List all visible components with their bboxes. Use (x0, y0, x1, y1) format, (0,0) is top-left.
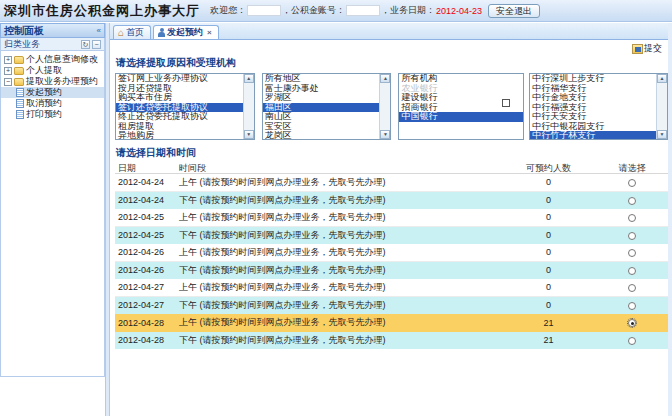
appointment-date-cell: 2012-04-28 (115, 335, 177, 345)
select-radio[interactable] (628, 337, 636, 345)
business-group-title: 归类业务 (4, 38, 40, 51)
appointment-date-cell: 2012-04-25 (115, 212, 177, 222)
logout-button[interactable]: 安全退出 (488, 4, 540, 18)
select-radio[interactable] (628, 302, 636, 310)
available-count-cell: 0 (501, 177, 596, 187)
home-icon: ⌂ (118, 28, 124, 37)
main-panel: ⌂ 首页 发起预约 × 提交 请选择提取原因和受理机构 签订网上业务办理协议按月… (110, 23, 668, 416)
appointment-date-cell: 2012-04-24 (115, 177, 177, 187)
table-row: 2012-04-25上午 (请按预约时间到网点办理业务，先取号先办理)0 (115, 209, 668, 227)
select-radio[interactable] (628, 197, 636, 205)
listbox-option[interactable]: 中行金地支行 (530, 93, 656, 103)
listbox-option[interactable]: 宝安区 (263, 122, 380, 132)
listbox-option[interactable]: 南山区 (263, 112, 380, 122)
control-panel-title: 控制面板 (4, 24, 44, 38)
sidebar: 控制面板 « 归类业务 ↻ − + 个人信息查询修改 + 个人提取 − 提取业务… (0, 23, 105, 391)
listbox-option[interactable]: 签订还贷委托提取协议 (116, 103, 243, 113)
listbox-option[interactable]: 福田区 (263, 103, 380, 113)
select-radio[interactable] (628, 267, 636, 275)
section-title-reason: 请选择提取原因和受理机构 (116, 56, 668, 70)
scroll-down-icon[interactable]: ▼ (244, 130, 254, 139)
available-count-cell: 0 (501, 247, 596, 257)
scrollbar[interactable]: ▲ ▼ (656, 74, 667, 139)
scroll-up-icon[interactable]: ▲ (657, 74, 667, 83)
folder-icon (14, 78, 24, 86)
minimize-icon[interactable]: − (92, 40, 101, 49)
listbox-option[interactable]: 中行天安支行 (530, 112, 656, 122)
select-cell (596, 177, 668, 187)
close-tab-icon[interactable]: × (207, 29, 212, 37)
expander-plus-icon[interactable]: + (4, 67, 12, 75)
app-header: 深圳市住房公积金网上办事大厅 欢迎您： ，公积金账号： ，业务日期： 2012-… (0, 0, 672, 22)
select-cell (596, 282, 668, 292)
listbox-option[interactable]: 富士康办事处 (263, 84, 380, 94)
document-icon (16, 88, 24, 97)
branches-listbox[interactable]: 中行深圳上步支行中行福华支行中行金地支行中行福强支行中行天安支行中行中银花园支行… (529, 73, 668, 140)
expander-plus-icon[interactable]: + (4, 56, 12, 64)
listbox-option[interactable]: 龙岗区 (263, 131, 380, 140)
appointment-date-cell: 2012-04-24 (115, 195, 177, 205)
listbox-option[interactable]: 中行深圳上步支行 (530, 74, 656, 84)
scroll-down-icon[interactable]: ▼ (380, 130, 390, 139)
institution-checkbox[interactable] (502, 99, 510, 107)
listbox-option[interactable]: 中国银行 (399, 112, 523, 122)
window-edge (668, 23, 672, 416)
tab-label: 发起预约 (167, 26, 203, 39)
business-group-header: 归类业务 ↻ − (0, 38, 105, 51)
listbox-option[interactable]: 所有地区 (263, 74, 380, 84)
time-slot-cell: 上午 (请按预约时间到网点办理业务，先取号先办理) (177, 211, 501, 224)
scroll-up-icon[interactable]: ▲ (380, 74, 390, 83)
time-slot-cell: 上午 (请按预约时间到网点办理业务，先取号先办理) (177, 281, 501, 294)
folder-icon (14, 67, 24, 75)
listbox-option[interactable]: 终止还贷委托提取协议 (116, 112, 243, 122)
time-slot-cell: 下午 (请按预约时间到网点办理业务，先取号先办理) (177, 299, 501, 312)
select-radio[interactable] (628, 319, 636, 327)
time-slot-cell: 上午 (请按预约时间到网点办理业务，先取号先办理) (177, 316, 501, 329)
select-cell (596, 265, 668, 275)
listbox-option[interactable]: 农业银行 (399, 84, 523, 94)
listbox-option[interactable]: 中行竹子林支行 (530, 131, 656, 140)
listbox-option[interactable]: 签订网上业务办理协议 (116, 74, 243, 84)
select-radio[interactable] (628, 249, 636, 257)
listbox-option[interactable]: 中行福强支行 (530, 103, 656, 113)
table-header-row: 日期 时间段 可预约人数 请选择 (115, 163, 668, 174)
select-radio[interactable] (628, 284, 636, 292)
listbox-option[interactable]: 罗湖区 (263, 93, 380, 103)
select-radio[interactable] (628, 232, 636, 240)
collapse-icon[interactable]: « (97, 26, 101, 35)
select-radio[interactable] (628, 214, 636, 222)
listbox-option[interactable]: 中行福华支行 (530, 84, 656, 94)
listbox-option[interactable]: 购买本市住房 (116, 93, 243, 103)
select-cell (596, 335, 668, 345)
listbox-option[interactable]: 异地购房 (116, 131, 243, 140)
time-slot-cell: 上午 (请按预约时间到网点办理业务，先取号先办理) (177, 246, 501, 259)
toolbar: 提交 (115, 40, 668, 54)
scrollbar[interactable]: ▲ ▼ (379, 74, 390, 139)
listbox-option[interactable]: 租房提取 (116, 122, 243, 132)
submit-label: 提交 (644, 42, 662, 55)
reasons-listbox[interactable]: 签订网上业务办理协议按月还贷提取购买本市住房签订还贷委托提取协议终止还贷委托提取… (115, 73, 255, 140)
table-row: 2012-04-24下午 (请按预约时间到网点办理业务，先取号先办理)0 (115, 192, 668, 210)
scrollbar[interactable]: ▲ ▼ (243, 74, 254, 139)
refresh-icon[interactable]: ↻ (81, 40, 90, 49)
scroll-up-icon[interactable]: ▲ (244, 74, 254, 83)
tab-create-appointment[interactable]: 发起预约 × (153, 25, 219, 39)
scroll-down-icon[interactable]: ▼ (657, 130, 667, 139)
available-count-cell: 0 (501, 195, 596, 205)
listbox-option[interactable]: 所有机构 (399, 74, 523, 84)
districts-listbox[interactable]: 所有地区富士康办事处罗湖区福田区南山区宝安区龙岗区 ▲ ▼ (262, 73, 392, 140)
tree-item-label: 打印预约 (26, 108, 62, 121)
submit-button[interactable]: 提交 (632, 42, 662, 55)
select-radio[interactable] (628, 179, 636, 187)
tree-item-print-appointment[interactable]: 打印预约 (1, 109, 104, 120)
selector-row: 签订网上业务办理协议按月还贷提取购买本市住房签订还贷委托提取协议终止还贷委托提取… (115, 73, 668, 140)
control-panel-header: 控制面板 « (0, 23, 105, 38)
expander-minus-icon[interactable]: − (4, 78, 12, 86)
document-icon (16, 99, 24, 108)
listbox-option[interactable]: 中行中银花园支行 (530, 122, 656, 132)
table-row: 2012-04-28上午 (请按预约时间到网点办理业务，先取号先办理)21 (115, 314, 668, 332)
tab-home[interactable]: ⌂ 首页 (113, 25, 151, 39)
appointment-table: 日期 时间段 可预约人数 请选择 2012-04-24上午 (请按预约时间到网点… (115, 163, 668, 349)
listbox-option[interactable]: 按月还贷提取 (116, 84, 243, 94)
business-tree: + 个人信息查询修改 + 个人提取 − 提取业务办理预约 发起预约 取消预约 打… (0, 51, 105, 377)
